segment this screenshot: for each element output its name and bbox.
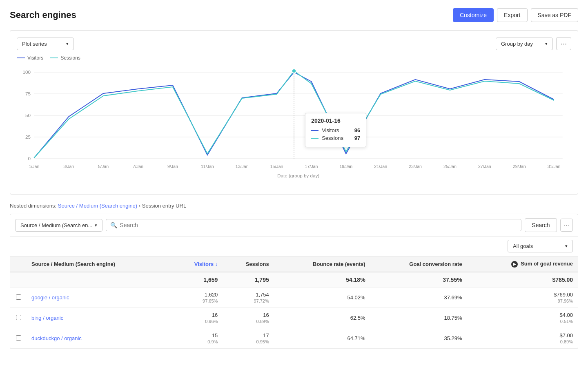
- source-medium-link[interactable]: Source / Medium (Search engine): [58, 203, 137, 209]
- table-more-button[interactable]: ···: [560, 219, 573, 232]
- visitors-line-icon: [17, 58, 25, 58]
- chart-toolbar: Plot series ▾ Group by day ▾ ···: [17, 37, 571, 50]
- svg-point-11: [292, 69, 296, 73]
- chart-controls-left: Plot series ▾: [17, 38, 74, 50]
- svg-text:23/Jan: 23/Jan: [409, 164, 422, 169]
- tooltip-date: 2020-01-16: [311, 117, 360, 124]
- svg-text:15/Jan: 15/Jan: [270, 164, 283, 169]
- totals-goal-revenue: $785.00: [467, 272, 578, 288]
- th-sessions[interactable]: Sessions: [223, 257, 274, 272]
- tooltip-sessions-value: 97: [354, 135, 360, 141]
- row1-goal-revenue: $769.00 97.96%: [467, 288, 578, 308]
- row3-visitors: 15 0.9%: [171, 328, 223, 349]
- row2-goal-conversion: 18.75%: [370, 308, 467, 328]
- th-bounce-rate[interactable]: Bounce rate (events): [274, 257, 370, 272]
- row2-source-link[interactable]: bing / organic: [31, 315, 63, 321]
- table-row: bing / organic 16 0.96% 16 0.89% 62.5% 1…: [10, 308, 578, 328]
- svg-text:25/Jan: 25/Jan: [443, 164, 457, 169]
- row2-checkbox[interactable]: [16, 315, 21, 320]
- row2-bounce-rate: 62.5%: [274, 308, 370, 328]
- svg-text:31/Jan: 31/Jan: [548, 164, 561, 169]
- save-pdf-button[interactable]: Save as PDF: [531, 8, 578, 22]
- row2-checkbox-cell[interactable]: [10, 308, 27, 328]
- chart-area: 100 75 50 25 0 1/Jan 3/Jan 5/Jan: [17, 64, 571, 188]
- dimension-filter-label: Source / Medium (Search en...: [20, 222, 92, 228]
- row3-sessions: 17 0.95%: [223, 328, 274, 349]
- svg-text:11/Jan: 11/Jan: [201, 164, 214, 169]
- chart-controls-right: Group by day ▾ ···: [496, 37, 571, 50]
- search-icon: 🔍: [110, 222, 117, 228]
- nested-dims-arrow: ›: [139, 203, 142, 209]
- svg-text:7/Jan: 7/Jan: [133, 164, 143, 169]
- row2-source: bing / organic: [27, 308, 171, 328]
- svg-text:100: 100: [22, 70, 30, 75]
- svg-text:13/Jan: 13/Jan: [236, 164, 249, 169]
- th-checkbox: [10, 257, 27, 272]
- row2-goal-revenue: $4.00 0.51%: [467, 308, 578, 328]
- tooltip-visitors-value: 96: [354, 127, 360, 133]
- row1-visitors: 1,620 97.65%: [171, 288, 223, 308]
- row3-bounce-rate: 64.71%: [274, 328, 370, 349]
- group-by-label: Group by day: [501, 41, 533, 47]
- chart-svg: 100 75 50 25 0 1/Jan 3/Jan 5/Jan: [17, 64, 571, 186]
- totals-goal-conversion: 37.55%: [370, 272, 467, 288]
- tooltip-visitors-label: Visitors: [322, 127, 351, 133]
- totals-bounce-rate: 54.18%: [274, 272, 370, 288]
- search-button[interactable]: Search: [525, 218, 557, 232]
- svg-text:Date (group by day): Date (group by day): [277, 173, 319, 178]
- row3-checkbox-cell[interactable]: [10, 328, 27, 349]
- chart-tooltip: 2020-01-16 Visitors 96 Sessions 97: [305, 113, 366, 147]
- chart-more-button[interactable]: ···: [556, 37, 571, 50]
- session-entry-label: Session entry URL: [142, 203, 186, 209]
- plot-series-chevron-icon: ▾: [66, 41, 69, 46]
- search-input[interactable]: [120, 222, 517, 228]
- goals-chevron-icon: ▾: [565, 243, 568, 249]
- row2-visitors: 16 0.96%: [171, 308, 223, 328]
- row3-goal-revenue: $7.00 0.89%: [467, 328, 578, 349]
- goals-label: All goals: [513, 243, 533, 249]
- row3-goal-conversion: 35.29%: [370, 328, 467, 349]
- dimension-filter-dropdown[interactable]: Source / Medium (Search en... ▾: [15, 219, 102, 232]
- goals-dropdown[interactable]: All goals ▾: [508, 240, 573, 252]
- nested-dimensions: Nested dimensions: Source / Medium (Sear…: [10, 203, 578, 209]
- th-goal-conversion[interactable]: Goal conversion rate: [370, 257, 467, 272]
- tooltip-sessions-row: Sessions 97: [311, 135, 360, 141]
- export-button[interactable]: Export: [497, 8, 527, 22]
- th-goal-revenue-label: Sum of goal revenue: [521, 261, 573, 267]
- svg-text:75: 75: [25, 91, 31, 96]
- tooltip-sessions-label: Sessions: [322, 135, 351, 141]
- chart-section: Plot series ▾ Group by day ▾ ··· Visitor…: [10, 30, 578, 195]
- plot-series-dropdown[interactable]: Plot series ▾: [17, 38, 74, 50]
- row1-checkbox[interactable]: [16, 294, 21, 300]
- svg-text:1/Jan: 1/Jan: [29, 164, 39, 169]
- legend-visitors-label: Visitors: [27, 55, 43, 61]
- svg-text:50: 50: [25, 113, 31, 118]
- customize-button[interactable]: Customize: [453, 8, 494, 22]
- svg-text:21/Jan: 21/Jan: [374, 164, 387, 169]
- row3-source-link[interactable]: duckduckgo / organic: [31, 335, 82, 341]
- row1-sessions: 1,754 97.72%: [223, 288, 274, 308]
- svg-text:9/Jan: 9/Jan: [167, 164, 178, 169]
- legend-sessions-label: Sessions: [60, 55, 80, 61]
- svg-text:27/Jan: 27/Jan: [478, 164, 491, 169]
- legend-visitors: Visitors: [17, 55, 43, 61]
- th-visitors[interactable]: Visitors: [171, 257, 223, 272]
- tooltip-sessions-line-icon: [311, 138, 318, 139]
- row1-source-link[interactable]: google / organic: [31, 294, 69, 301]
- table-header-row: Source / Medium (Search engine) Visitors…: [10, 257, 578, 272]
- svg-text:19/Jan: 19/Jan: [339, 164, 352, 169]
- th-goal-revenue[interactable]: ▶ Sum of goal revenue: [467, 257, 578, 272]
- table-toolbar: Source / Medium (Search en... ▾ 🔍 Search…: [10, 214, 578, 237]
- goals-row: All goals ▾: [10, 237, 578, 256]
- svg-text:29/Jan: 29/Jan: [513, 164, 526, 169]
- row1-goal-conversion: 37.69%: [370, 288, 467, 308]
- table-row: google / organic 1,620 97.65% 1,754 97.7…: [10, 288, 578, 308]
- page-title: Search engines: [10, 10, 76, 20]
- row1-checkbox-cell[interactable]: [10, 288, 27, 308]
- totals-visitors: 1,659: [171, 272, 223, 288]
- nested-dims-label: Nested dimensions:: [10, 203, 56, 209]
- svg-text:17/Jan: 17/Jan: [305, 164, 318, 169]
- group-by-dropdown[interactable]: Group by day ▾: [496, 38, 553, 50]
- row1-source: google / organic: [27, 288, 171, 308]
- row3-checkbox[interactable]: [16, 335, 21, 341]
